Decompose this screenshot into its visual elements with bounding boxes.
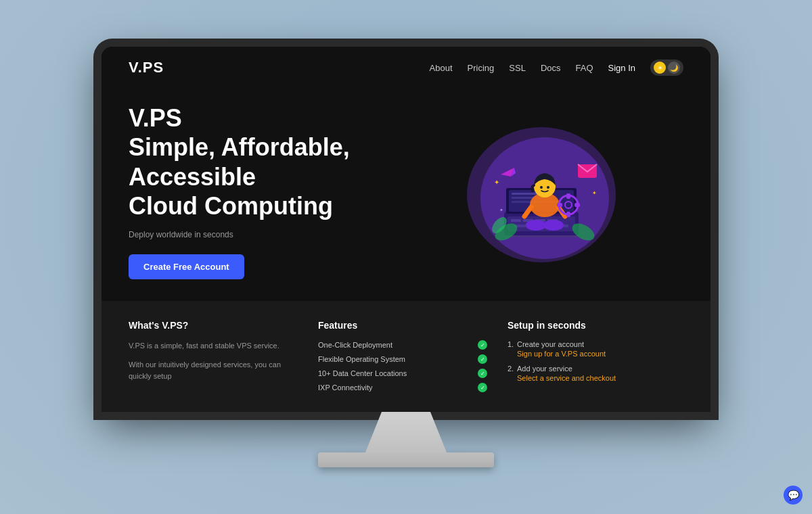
monitor-stand-neck bbox=[365, 412, 447, 452]
feature-item-3: 10+ Data Center Locations bbox=[318, 369, 407, 377]
site-header: V.PS About Pricing SSL Docs FAQ Sign In … bbox=[102, 47, 710, 89]
setup-col: Setup in seconds Create your account Sig… bbox=[508, 320, 683, 397]
setup-step2-link[interactable]: Select a service and checkout bbox=[517, 374, 683, 382]
check-icon: ✓ bbox=[478, 369, 487, 378]
feature-item-1: One-Click Deployment bbox=[318, 341, 392, 349]
main-nav: About Pricing SSL Docs FAQ Sign In ☀ 🌙 bbox=[430, 60, 683, 76]
list-item: Create your account Sign up for a V.PS a… bbox=[508, 340, 683, 358]
feature-list: One-Click Deployment ✓ Flexible Operatin… bbox=[318, 340, 494, 392]
features-section: What's V.PS? V.PS is a simple, fast and … bbox=[102, 301, 710, 412]
svg-point-22 bbox=[547, 186, 549, 189]
list-item: Flexible Operating System ✓ bbox=[318, 354, 494, 364]
hero-title-line1: V.PS bbox=[129, 104, 182, 132]
setup-list: Create your account Sign up for a V.PS a… bbox=[508, 340, 683, 382]
nav-docs[interactable]: Docs bbox=[541, 63, 561, 73]
nav-ssl[interactable]: SSL bbox=[509, 63, 526, 73]
svg-text:✦: ✦ bbox=[592, 190, 597, 196]
setup-heading: Setup in seconds bbox=[508, 320, 683, 331]
hero-title-line3: Accessible bbox=[129, 163, 256, 191]
features-grid: What's V.PS? V.PS is a simple, fast and … bbox=[129, 320, 683, 397]
check-icon: ✓ bbox=[478, 354, 487, 364]
list-item: One-Click Deployment ✓ bbox=[318, 340, 494, 350]
list-item: Add your service Select a service and ch… bbox=[508, 365, 683, 382]
hero-subtitle: Deploy worldwide in seconds bbox=[129, 230, 426, 239]
monitor: V.PS About Pricing SSL Docs FAQ Sign In … bbox=[95, 47, 717, 467]
hero-title-line2: Simple, Affordable, bbox=[129, 133, 350, 161]
list-item: IXP Connectivity ✓ bbox=[318, 383, 494, 392]
svg-text:✦: ✦ bbox=[494, 179, 499, 186]
cta-button[interactable]: Create Free Account bbox=[129, 254, 244, 279]
sun-icon: ☀ bbox=[654, 62, 666, 74]
hero-text: V.PS Simple, Affordable, Accessible Clou… bbox=[129, 103, 426, 279]
svg-text:✦: ✦ bbox=[499, 208, 503, 212]
hero-section: V.PS Simple, Affordable, Accessible Clou… bbox=[102, 89, 710, 301]
list-item: 10+ Data Center Locations ✓ bbox=[318, 369, 494, 378]
nav-about[interactable]: About bbox=[430, 63, 453, 73]
feature-item-2: Flexible Operating System bbox=[318, 355, 405, 363]
check-icon: ✓ bbox=[478, 383, 487, 392]
svg-point-17 bbox=[543, 220, 564, 231]
svg-rect-27 bbox=[557, 203, 562, 207]
nav-signin[interactable]: Sign In bbox=[608, 63, 635, 73]
svg-rect-10 bbox=[511, 219, 521, 222]
whats-vps-para1: V.PS is a simple, fast and stable VPS se… bbox=[129, 340, 304, 352]
desktop-background: V.PS About Pricing SSL Docs FAQ Sign In … bbox=[0, 0, 812, 514]
svg-point-16 bbox=[526, 220, 546, 231]
hero-title: V.PS Simple, Affordable, Accessible Clou… bbox=[129, 103, 426, 220]
monitor-stand-base bbox=[318, 452, 494, 467]
setup-step2-text: Add your service bbox=[517, 365, 572, 373]
hero-illustration: ✦ ✦ ✦ bbox=[426, 107, 629, 276]
setup-step1-text: Create your account bbox=[517, 340, 584, 348]
whats-vps-heading: What's V.PS? bbox=[129, 320, 304, 331]
nav-faq[interactable]: FAQ bbox=[576, 63, 593, 73]
feature-item-4: IXP Connectivity bbox=[318, 383, 373, 392]
svg-point-21 bbox=[540, 186, 543, 189]
monitor-screen: V.PS About Pricing SSL Docs FAQ Sign In … bbox=[102, 47, 710, 412]
check-icon: ✓ bbox=[478, 340, 487, 350]
website: V.PS About Pricing SSL Docs FAQ Sign In … bbox=[102, 47, 710, 412]
moon-icon: 🌙 bbox=[668, 62, 680, 74]
whats-vps-para2: With our intuitively designed services, … bbox=[129, 359, 304, 383]
svg-rect-26 bbox=[566, 212, 570, 217]
whats-vps-col: What's V.PS? V.PS is a simple, fast and … bbox=[129, 320, 304, 397]
features-col: Features One-Click Deployment ✓ Flexible… bbox=[318, 320, 494, 397]
svg-rect-28 bbox=[574, 203, 580, 207]
setup-step1-link[interactable]: Sign up for a V.PS account bbox=[517, 350, 683, 358]
theme-toggle[interactable]: ☀ 🌙 bbox=[650, 60, 683, 76]
site-logo: V.PS bbox=[129, 59, 164, 76]
hero-title-line4: Cloud Computing bbox=[129, 192, 333, 220]
features-heading: Features bbox=[318, 320, 494, 331]
nav-pricing[interactable]: Pricing bbox=[468, 63, 495, 73]
svg-rect-25 bbox=[566, 193, 570, 199]
